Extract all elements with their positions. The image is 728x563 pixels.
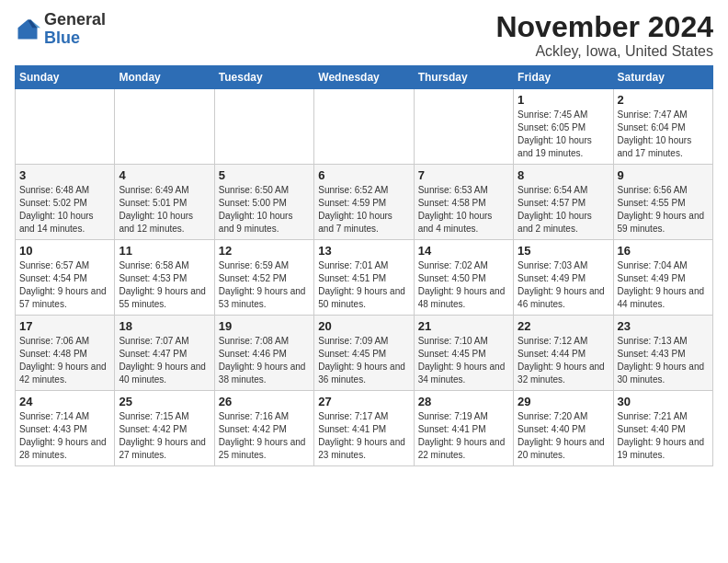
day-info: Sunrise: 7:19 AM Sunset: 4:41 PM Dayligh… — [418, 410, 509, 462]
weekday-header-saturday: Saturday — [613, 66, 712, 89]
calendar-cell — [314, 89, 414, 165]
weekday-header-friday: Friday — [514, 66, 613, 89]
calendar-cell: 19Sunrise: 7:08 AM Sunset: 4:46 PM Dayli… — [214, 316, 313, 391]
calendar-cell: 11Sunrise: 6:58 AM Sunset: 4:53 PM Dayli… — [115, 240, 214, 316]
calendar-cell: 18Sunrise: 7:07 AM Sunset: 4:47 PM Dayli… — [115, 316, 214, 391]
day-info: Sunrise: 7:13 AM Sunset: 4:43 PM Dayligh… — [618, 335, 709, 386]
day-number: 15 — [518, 244, 609, 258]
calendar-cell: 27Sunrise: 7:17 AM Sunset: 4:41 PM Dayli… — [314, 391, 414, 466]
title-block: November 2024 Ackley, Iowa, United State… — [495, 11, 713, 60]
calendar-cell: 12Sunrise: 6:59 AM Sunset: 4:52 PM Dayli… — [214, 240, 313, 316]
day-number: 13 — [318, 244, 409, 258]
week-row-3: 10Sunrise: 6:57 AM Sunset: 4:54 PM Dayli… — [16, 240, 713, 316]
day-info: Sunrise: 6:49 AM Sunset: 5:01 PM Dayligh… — [119, 184, 210, 236]
day-info: Sunrise: 7:17 AM Sunset: 4:41 PM Dayligh… — [318, 410, 409, 462]
calendar-cell: 20Sunrise: 7:09 AM Sunset: 4:45 PM Dayli… — [314, 316, 414, 391]
day-info: Sunrise: 7:03 AM Sunset: 4:49 PM Dayligh… — [518, 259, 609, 311]
day-info: Sunrise: 6:48 AM Sunset: 5:02 PM Dayligh… — [19, 184, 110, 236]
day-info: Sunrise: 7:07 AM Sunset: 4:47 PM Dayligh… — [119, 335, 210, 386]
day-info: Sunrise: 7:45 AM Sunset: 6:05 PM Dayligh… — [518, 109, 609, 160]
location-title: Ackley, Iowa, United States — [495, 43, 713, 60]
day-info: Sunrise: 7:15 AM Sunset: 4:42 PM Dayligh… — [119, 410, 210, 462]
weekday-header-thursday: Thursday — [414, 66, 513, 89]
day-number: 28 — [418, 395, 509, 408]
calendar-cell: 3Sunrise: 6:48 AM Sunset: 5:02 PM Daylig… — [16, 165, 115, 240]
day-info: Sunrise: 6:57 AM Sunset: 4:54 PM Dayligh… — [19, 259, 110, 311]
week-row-4: 17Sunrise: 7:06 AM Sunset: 4:48 PM Dayli… — [16, 316, 713, 391]
calendar-cell: 2Sunrise: 7:47 AM Sunset: 6:04 PM Daylig… — [613, 89, 712, 165]
header: General Blue November 2024 Ackley, Iowa,… — [15, 11, 713, 60]
day-number: 23 — [618, 319, 709, 333]
calendar-cell: 1Sunrise: 7:45 AM Sunset: 6:05 PM Daylig… — [514, 89, 613, 165]
day-info: Sunrise: 7:04 AM Sunset: 4:49 PM Dayligh… — [618, 259, 709, 311]
logo: General Blue — [15, 11, 106, 48]
calendar-cell — [16, 89, 115, 165]
calendar-cell: 5Sunrise: 6:50 AM Sunset: 5:00 PM Daylig… — [214, 165, 313, 240]
calendar-cell — [414, 89, 513, 165]
calendar-cell: 6Sunrise: 6:52 AM Sunset: 4:59 PM Daylig… — [314, 165, 414, 240]
day-number: 11 — [119, 244, 210, 258]
day-number: 19 — [219, 319, 310, 333]
logo-general-text: General — [44, 10, 106, 29]
day-number: 14 — [418, 244, 509, 258]
calendar-cell: 23Sunrise: 7:13 AM Sunset: 4:43 PM Dayli… — [613, 316, 712, 391]
calendar-cell: 15Sunrise: 7:03 AM Sunset: 4:49 PM Dayli… — [514, 240, 613, 316]
day-info: Sunrise: 7:20 AM Sunset: 4:40 PM Dayligh… — [518, 410, 609, 462]
day-info: Sunrise: 7:06 AM Sunset: 4:48 PM Dayligh… — [19, 335, 110, 386]
calendar-cell: 28Sunrise: 7:19 AM Sunset: 4:41 PM Dayli… — [414, 391, 513, 466]
calendar-cell: 25Sunrise: 7:15 AM Sunset: 4:42 PM Dayli… — [115, 391, 214, 466]
day-info: Sunrise: 6:54 AM Sunset: 4:57 PM Dayligh… — [518, 184, 609, 236]
calendar-cell — [115, 89, 214, 165]
day-number: 2 — [618, 93, 709, 107]
calendar-cell: 21Sunrise: 7:10 AM Sunset: 4:45 PM Dayli… — [414, 316, 513, 391]
weekday-header-row: SundayMondayTuesdayWednesdayThursdayFrid… — [16, 66, 713, 89]
day-number: 12 — [219, 244, 310, 258]
day-info: Sunrise: 6:53 AM Sunset: 4:58 PM Dayligh… — [418, 184, 509, 236]
day-info: Sunrise: 7:21 AM Sunset: 4:40 PM Dayligh… — [618, 410, 709, 462]
day-number: 1 — [518, 93, 609, 107]
calendar-cell: 24Sunrise: 7:14 AM Sunset: 4:43 PM Dayli… — [16, 391, 115, 466]
svg-marker-0 — [18, 19, 38, 39]
day-info: Sunrise: 6:50 AM Sunset: 5:00 PM Dayligh… — [219, 184, 310, 236]
weekday-header-tuesday: Tuesday — [214, 66, 313, 89]
day-info: Sunrise: 7:12 AM Sunset: 4:44 PM Dayligh… — [518, 335, 609, 386]
day-info: Sunrise: 7:02 AM Sunset: 4:50 PM Dayligh… — [418, 259, 509, 311]
day-number: 17 — [19, 319, 110, 333]
calendar-cell: 16Sunrise: 7:04 AM Sunset: 4:49 PM Dayli… — [613, 240, 712, 316]
day-info: Sunrise: 6:52 AM Sunset: 4:59 PM Dayligh… — [318, 184, 409, 236]
day-number: 22 — [518, 319, 609, 333]
day-number: 6 — [318, 168, 409, 182]
weekday-header-sunday: Sunday — [16, 66, 115, 89]
day-info: Sunrise: 7:14 AM Sunset: 4:43 PM Dayligh… — [19, 410, 110, 462]
day-number: 10 — [19, 244, 110, 258]
day-info: Sunrise: 7:09 AM Sunset: 4:45 PM Dayligh… — [318, 335, 409, 386]
day-info: Sunrise: 7:16 AM Sunset: 4:42 PM Dayligh… — [219, 410, 310, 462]
day-info: Sunrise: 7:01 AM Sunset: 4:51 PM Dayligh… — [318, 259, 409, 311]
day-number: 18 — [119, 319, 210, 333]
day-number: 7 — [418, 168, 509, 182]
calendar-cell: 7Sunrise: 6:53 AM Sunset: 4:58 PM Daylig… — [414, 165, 513, 240]
week-row-1: 1Sunrise: 7:45 AM Sunset: 6:05 PM Daylig… — [16, 89, 713, 165]
week-row-5: 24Sunrise: 7:14 AM Sunset: 4:43 PM Dayli… — [16, 391, 713, 466]
calendar-cell: 9Sunrise: 6:56 AM Sunset: 4:55 PM Daylig… — [613, 165, 712, 240]
day-number: 27 — [318, 395, 409, 408]
calendar-cell: 30Sunrise: 7:21 AM Sunset: 4:40 PM Dayli… — [613, 391, 712, 466]
calendar-cell — [214, 89, 313, 165]
page-container: General Blue November 2024 Ackley, Iowa,… — [0, 0, 728, 477]
day-number: 29 — [518, 395, 609, 408]
month-title: November 2024 — [495, 11, 713, 43]
calendar-cell: 29Sunrise: 7:20 AM Sunset: 4:40 PM Dayli… — [514, 391, 613, 466]
day-number: 25 — [119, 395, 210, 408]
day-info: Sunrise: 6:58 AM Sunset: 4:53 PM Dayligh… — [119, 259, 210, 311]
day-number: 26 — [219, 395, 310, 408]
calendar-cell: 8Sunrise: 6:54 AM Sunset: 4:57 PM Daylig… — [514, 165, 613, 240]
calendar-cell: 17Sunrise: 7:06 AM Sunset: 4:48 PM Dayli… — [16, 316, 115, 391]
day-number: 5 — [219, 168, 310, 182]
day-number: 8 — [518, 168, 609, 182]
day-number: 4 — [119, 168, 210, 182]
week-row-2: 3Sunrise: 6:48 AM Sunset: 5:02 PM Daylig… — [16, 165, 713, 240]
calendar-table: SundayMondayTuesdayWednesdayThursdayFrid… — [15, 65, 713, 466]
weekday-header-wednesday: Wednesday — [314, 66, 414, 89]
day-info: Sunrise: 7:08 AM Sunset: 4:46 PM Dayligh… — [219, 335, 310, 386]
day-number: 20 — [318, 319, 409, 333]
